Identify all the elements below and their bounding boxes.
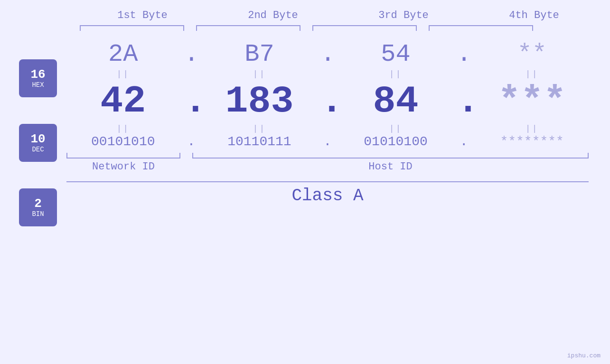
byte-label-4: 4th Byte	[482, 9, 586, 21]
values-grid: 2A . B7 . 54 . **	[66, 40, 589, 205]
dec-cell-4: ***	[480, 80, 584, 123]
dec-cell-1: 42	[71, 80, 175, 123]
top-bracket-3	[312, 25, 417, 31]
hex-cell-1: 2A	[71, 40, 175, 68]
network-id-label: Network ID	[66, 161, 180, 173]
byte-label-3: 3rd Byte	[351, 9, 456, 21]
dec-cell-2: 183	[207, 80, 311, 123]
dec-cell-3: 84	[344, 80, 448, 123]
class-label-row: Class A	[66, 186, 589, 205]
content-area: 16 HEX 10 DEC 2 BIN 2A	[0, 40, 610, 230]
bottom-brackets	[66, 153, 589, 159]
top-bracket-2	[196, 25, 300, 31]
bin-row: 00101010 . 10110111 . 01010100 .	[66, 134, 589, 149]
top-bracket-4	[429, 25, 533, 31]
badges-column: 16 HEX 10 DEC 2 BIN	[0, 40, 66, 230]
bin-cell-1: 00101010	[71, 134, 175, 149]
hex-cell-4: **	[480, 40, 584, 68]
equals-row-2: || || || ||	[66, 124, 589, 133]
top-brackets	[77, 25, 600, 31]
bin-cell-4: ********	[480, 134, 584, 149]
id-labels-row: Network ID Host ID	[66, 161, 589, 173]
top-bracket-1	[80, 25, 184, 31]
dec-badge: 10 DEC	[19, 124, 57, 162]
main-container: 1st Byte 2nd Byte 3rd Byte 4th Byte 16 H…	[0, 0, 610, 364]
bin-cell-2: 10110111	[207, 134, 311, 149]
byte-label-1: 1st Byte	[90, 9, 195, 21]
hex-cell-3: 54	[344, 40, 448, 68]
byte-label-2: 2nd Byte	[221, 9, 325, 21]
bin-badge: 2 BIN	[19, 188, 57, 226]
host-id-label: Host ID	[192, 161, 589, 173]
hex-cell-2: B7	[207, 40, 311, 68]
watermark: ipshu.com	[567, 352, 601, 359]
hex-row: 2A . B7 . 54 . **	[66, 40, 589, 68]
byte-labels-row: 1st Byte 2nd Byte 3rd Byte 4th Byte	[77, 9, 600, 21]
bin-cell-3: 01010100	[344, 134, 448, 149]
equals-row-1: || || || ||	[66, 69, 589, 79]
class-label: Class A	[291, 186, 363, 205]
bottom-bracket-host	[192, 153, 589, 159]
bottom-bracket-network	[66, 153, 180, 159]
class-line	[66, 181, 589, 182]
hex-badge: 16 HEX	[19, 59, 57, 97]
dec-row: 42 . 183 . 84 . ***	[66, 80, 589, 123]
